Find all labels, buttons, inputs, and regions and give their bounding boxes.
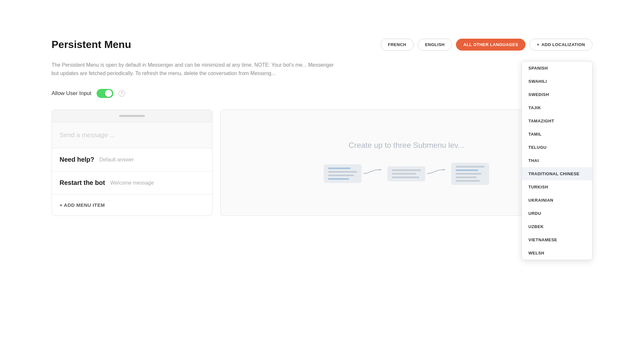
dropdown-item-urdu[interactable]: URDU xyxy=(522,207,592,220)
send-message-placeholder: Send a message ... xyxy=(52,122,212,148)
preview-arrow-1 xyxy=(362,167,387,180)
page-title: Persistent Menu xyxy=(52,39,131,51)
plus-icon: + xyxy=(537,42,539,47)
toggle-slider xyxy=(97,89,113,98)
preview-line xyxy=(456,169,478,171)
svg-marker-1 xyxy=(443,169,445,171)
preview-line xyxy=(328,171,357,173)
tab-all-other-languages[interactable]: ALL OTHER LANGUAGES xyxy=(456,39,526,51)
menu-item-restart-bot-subtitle: Welcome message xyxy=(110,180,154,186)
dropdown-item-tamil[interactable]: TAMIL xyxy=(522,128,592,141)
menu-top-bar xyxy=(52,110,212,122)
menu-item-need-help-title: Need help? xyxy=(60,156,94,163)
menu-item-need-help-subtitle: Default answer xyxy=(99,157,134,163)
preview-line xyxy=(456,166,485,168)
allow-user-input-toggle[interactable] xyxy=(97,89,113,98)
menu-item-restart-bot-title: Restart the bot xyxy=(60,179,105,187)
tab-french[interactable]: FRENCH xyxy=(381,39,414,51)
add-menu-item-button[interactable]: + ADD MENU ITEM xyxy=(52,195,212,216)
dropdown-item-telugu[interactable]: TELUGU xyxy=(522,141,592,154)
svg-marker-0 xyxy=(379,169,382,171)
dropdown-item-turkish[interactable]: TURKISH xyxy=(522,180,592,194)
preview-card-2 xyxy=(387,166,425,181)
preview-text: Create up to three Submenu lev... xyxy=(349,141,464,150)
preview-line xyxy=(328,178,349,180)
preview-line xyxy=(392,177,419,178)
dropdown-item-traditional-chinese[interactable]: TRADITIONAL CHINESE xyxy=(522,167,592,180)
allow-user-input-row: Allow User Input ? xyxy=(52,89,592,98)
preview-card-3 xyxy=(451,163,489,185)
preview-line xyxy=(456,173,481,175)
dropdown-item-swedish[interactable]: SWEDISH xyxy=(522,88,592,101)
dropdown-item-tajik[interactable]: TAJIK xyxy=(522,101,592,114)
dropdown-item-uzbek[interactable]: UZBEK xyxy=(522,220,592,233)
preview-card-1 xyxy=(324,164,362,183)
menu-bar-line xyxy=(119,115,145,117)
page-container: Persistent Menu FRENCH ENGLISH ALL OTHER… xyxy=(0,0,644,254)
preview-line xyxy=(328,168,351,169)
dropdown-item-welsh[interactable]: WELSH xyxy=(522,246,592,260)
tab-english[interactable]: ENGLISH xyxy=(418,39,452,51)
dropdown-item-spanish[interactable]: SPANISH xyxy=(522,62,592,75)
content-row: Send a message ... Need help? Default an… xyxy=(52,110,592,216)
dropdown-item-tamazight[interactable]: TAMAZIGHT xyxy=(522,114,592,128)
dropdown-item-ukrainian[interactable]: UKRAINIAN xyxy=(522,194,592,207)
dropdown-item-swahili[interactable]: SWAHILI xyxy=(522,75,592,88)
preview-line xyxy=(328,175,354,176)
preview-arrow-2 xyxy=(425,167,451,180)
dropdown-item-vietnamese[interactable]: VIETNAMESE xyxy=(522,233,592,246)
dropdown-item-thai[interactable]: THAI xyxy=(522,154,592,167)
header-row: Persistent Menu FRENCH ENGLISH ALL OTHER… xyxy=(52,39,592,51)
add-localization-label: ADD LOCALIZATION xyxy=(541,42,585,47)
preview-line xyxy=(392,169,421,171)
description-text: The Persistent Menu is open by default i… xyxy=(52,61,341,77)
preview-line xyxy=(392,173,416,175)
add-localization-button[interactable]: + ADD LOCALIZATION xyxy=(529,39,592,51)
preview-line xyxy=(456,180,480,182)
preview-line xyxy=(456,177,477,178)
menu-item-need-help[interactable]: Need help? Default answer xyxy=(52,148,212,171)
dropdown-menu: SPANISHSWAHILISWEDISHTAJIKTAMAZIGHTTAMIL… xyxy=(522,61,592,260)
menu-item-restart-bot[interactable]: Restart the bot Welcome message xyxy=(52,171,212,195)
allow-user-input-label: Allow User Input xyxy=(52,90,91,97)
menu-panel: Send a message ... Need help? Default an… xyxy=(52,110,213,216)
info-icon[interactable]: ? xyxy=(118,90,125,97)
preview-diagram xyxy=(324,163,489,185)
